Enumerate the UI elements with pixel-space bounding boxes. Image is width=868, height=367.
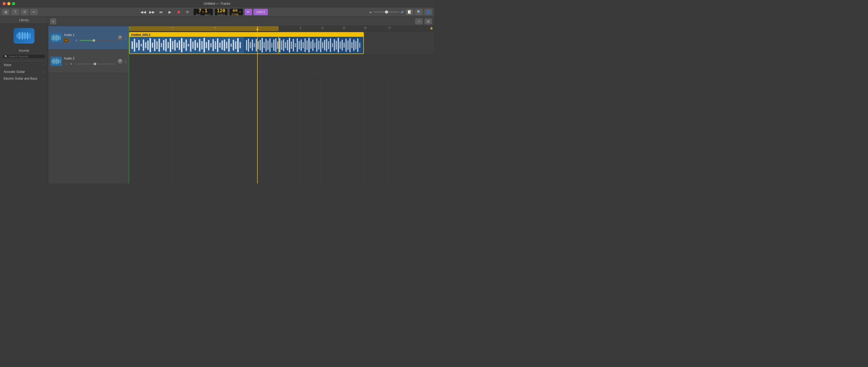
master-slider-track[interactable] xyxy=(373,11,400,12)
track1-download-button[interactable]: ⬇ xyxy=(74,38,79,43)
library-item-acoustic[interactable]: Acoustic Guitar › xyxy=(1,69,47,75)
track2-lr-label: L R xyxy=(125,59,126,64)
svg-rect-62 xyxy=(206,42,207,48)
note-pad-button[interactable]: 📝 xyxy=(406,9,413,15)
divider-1 xyxy=(2,61,46,61)
svg-rect-60 xyxy=(202,41,203,49)
track2-row xyxy=(129,55,434,78)
svg-rect-7 xyxy=(26,33,27,38)
track1-mute-button[interactable]: M xyxy=(64,38,68,43)
scissors-icon: ✂ xyxy=(33,10,35,14)
volume-min-icon: 🔈 xyxy=(369,10,372,13)
library-item-voice[interactable]: Voice › xyxy=(1,62,47,68)
svg-rect-91 xyxy=(271,43,272,48)
track2-info: Audio 2 🎧 ⬇ xyxy=(64,57,116,66)
clip-playhead xyxy=(278,33,279,54)
playhead-arrow xyxy=(256,29,259,31)
svg-rect-55 xyxy=(190,39,191,52)
electric-chevron: › xyxy=(43,77,44,80)
clip-waveform-left xyxy=(130,37,244,54)
play-button[interactable]: ▶ xyxy=(166,9,174,15)
track1-volume-thumb[interactable] xyxy=(93,39,95,42)
svg-rect-136 xyxy=(359,43,360,48)
rewind-button[interactable]: ◀◀ xyxy=(139,9,147,15)
share-button[interactable]: 👤 xyxy=(425,9,432,15)
svg-rect-92 xyxy=(273,39,274,51)
svg-rect-110 xyxy=(309,38,310,53)
svg-rect-46 xyxy=(170,38,171,52)
loop-icon-button[interactable]: 🔍 xyxy=(415,9,423,15)
close-button[interactable] xyxy=(3,2,6,5)
help-button[interactable]: ? xyxy=(11,9,19,15)
svg-rect-14 xyxy=(55,36,55,40)
svg-rect-47 xyxy=(172,41,174,49)
track1-headphone-button[interactable]: 🎧 xyxy=(69,38,73,43)
library-button[interactable]: ▤ xyxy=(2,9,9,15)
svg-rect-85 xyxy=(259,40,260,50)
share-icon: 👤 xyxy=(427,10,430,14)
track2-pan-knob[interactable] xyxy=(118,59,123,64)
loop-icon-2: 🔍 xyxy=(417,10,421,14)
key-text: Cmaj xyxy=(231,12,238,16)
ruler-mark-9: 9 xyxy=(300,26,301,31)
tempo-display[interactable]: 120 TEMPO xyxy=(215,8,228,16)
master-slider-thumb[interactable] xyxy=(385,10,388,13)
track-header-audio2[interactable]: Audio 2 🎧 ⬇ xyxy=(48,50,129,73)
to-start-button[interactable]: ⏮ xyxy=(157,9,165,15)
library-item-electric[interactable]: Electric Guitar and Bass › xyxy=(1,76,47,82)
search-input[interactable] xyxy=(9,55,43,58)
position-display[interactable]: 7.1 BAR BEAT xyxy=(193,8,213,16)
track1-info: Audio 1 M 🎧 ⬇ xyxy=(64,33,116,43)
track2-volume-thumb[interactable] xyxy=(94,63,96,65)
pencil-tool[interactable]: ✏ xyxy=(245,9,252,15)
svg-rect-120 xyxy=(328,41,329,49)
track-controls-bar: + ≈ ⊟ xyxy=(48,17,434,26)
svg-rect-42 xyxy=(161,43,162,47)
add-track-button[interactable]: + xyxy=(50,19,56,24)
track2-download-button[interactable]: ⬇ xyxy=(69,62,73,66)
track2-headphone-button[interactable]: 🎧 xyxy=(64,62,68,66)
svg-rect-20 xyxy=(52,60,52,63)
search-bar[interactable]: 🔍 xyxy=(2,54,46,59)
history-button[interactable]: ↺ xyxy=(21,9,28,15)
track-header-audio1[interactable]: Audio 1 M 🎧 ⬇ xyxy=(48,26,129,50)
track1-waveform-thumb xyxy=(50,33,62,43)
svg-rect-48 xyxy=(174,40,176,51)
svg-rect-13 xyxy=(54,35,54,41)
track1-pan-knob[interactable] xyxy=(118,35,123,40)
audio-clip-1[interactable]: Untitled_2#01.2 xyxy=(129,32,364,54)
toolbar-right: 🔈 🔊 📝 🔍 👤 xyxy=(369,9,432,15)
master-volume-slider[interactable]: 🔈 🔊 xyxy=(369,10,404,13)
track-filter-button[interactable]: ⊟ xyxy=(425,19,432,24)
fast-forward-button[interactable]: ▶▶ xyxy=(148,9,156,15)
svg-rect-11 xyxy=(52,36,52,40)
svg-rect-53 xyxy=(185,39,187,51)
track1-row: Untitled_2#01.2 xyxy=(129,31,434,55)
svg-rect-100 xyxy=(289,38,290,53)
svg-rect-69 xyxy=(221,40,223,50)
track2-volume-slider[interactable] xyxy=(74,63,116,64)
track2-waveform-thumb xyxy=(50,57,62,66)
audio-icon-bg xyxy=(13,28,34,44)
svg-rect-119 xyxy=(326,39,327,51)
svg-rect-133 xyxy=(353,39,354,51)
svg-rect-74 xyxy=(232,40,234,51)
track1-volume-slider[interactable] xyxy=(80,40,116,41)
maximize-button[interactable] xyxy=(12,2,15,5)
minimize-button[interactable] xyxy=(7,2,10,5)
svg-rect-129 xyxy=(346,39,347,52)
bar-label: BAR xyxy=(196,13,200,16)
svg-rect-9 xyxy=(28,34,29,37)
svg-rect-111 xyxy=(310,41,311,49)
scissors-button[interactable]: ✂ xyxy=(30,9,37,15)
voice-chevron: › xyxy=(43,64,44,66)
quantize-btn[interactable]: 1234 𝄞 xyxy=(253,9,268,15)
svg-rect-15 xyxy=(56,34,56,41)
loop-button[interactable]: ⟳ xyxy=(183,9,192,15)
record-button[interactable]: ⏺ xyxy=(175,9,183,15)
library-preview xyxy=(0,24,48,48)
window-title: Untitled — Tracks xyxy=(204,2,230,5)
track-mode-button[interactable]: ≈ xyxy=(415,19,423,24)
time-sig-display[interactable]: 4/4 Cmaj ▾ xyxy=(229,8,243,16)
svg-rect-114 xyxy=(316,39,317,52)
